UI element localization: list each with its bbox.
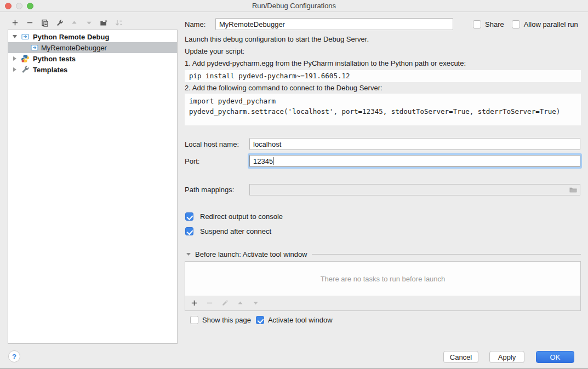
chevron-down-icon[interactable] <box>13 35 17 38</box>
help-button[interactable]: ? <box>8 350 20 362</box>
remove-task-button[interactable] <box>205 299 214 307</box>
before-launch-task-list[interactable]: There are no tasks to run before launch <box>185 261 581 296</box>
separator-line <box>312 254 581 255</box>
tree-item-label: Python tests <box>33 55 76 63</box>
configuration-editor: Name: Share Allow parallel run Launch th… <box>185 0 581 369</box>
share-option: Share <box>473 20 504 28</box>
move-up-icon <box>71 19 78 26</box>
path-mappings-label: Path mappings: <box>185 186 249 194</box>
add-configuration-button[interactable] <box>11 19 19 27</box>
port-row: Port: <box>185 155 580 167</box>
name-input[interactable] <box>215 18 453 30</box>
move-down-button[interactable] <box>85 19 93 27</box>
show-this-page-label: Show this page <box>202 316 251 324</box>
add-icon <box>12 19 19 26</box>
chevron-right-icon[interactable] <box>13 56 16 61</box>
before-launch-header: Before launch: Activate tool window <box>185 250 581 258</box>
port-label: Port: <box>185 157 249 165</box>
allow-parallel-option: Allow parallel run <box>512 20 578 28</box>
tree-item-label: MyRemoteDebugger <box>41 44 107 52</box>
edit-task-button[interactable] <box>221 299 229 307</box>
name-row: Name: Share Allow parallel run <box>185 18 578 30</box>
sort-alphabetically-button[interactable] <box>115 19 123 27</box>
move-task-down-button[interactable] <box>252 299 260 307</box>
suspend-after-connect-option: Suspend after connect <box>185 227 271 235</box>
tree-item-label: Templates <box>33 66 67 74</box>
folder-icon <box>569 186 578 193</box>
move-up-icon <box>237 299 244 307</box>
add-icon <box>191 299 198 307</box>
copy-icon <box>41 19 49 27</box>
tree-item-templates[interactable]: Templates <box>8 64 177 75</box>
show-this-page-checkbox[interactable] <box>190 316 198 324</box>
empty-task-message: There are no tasks to run before launch <box>321 275 446 283</box>
instruction-step1: 1. Add pydevd-pycharm.egg from the PyCha… <box>185 59 466 68</box>
allow-parallel-run-label: Allow parallel run <box>524 20 578 28</box>
before-launch-toolbar <box>185 296 581 311</box>
redirect-output-option: Redirect output to console <box>185 212 283 221</box>
suspend-after-connect-label: Suspend after connect <box>200 227 271 235</box>
path-mappings-input[interactable] <box>249 184 580 195</box>
port-input[interactable] <box>249 155 580 167</box>
text-caret <box>273 157 273 165</box>
move-down-icon <box>85 19 93 26</box>
configurations-toolbar <box>11 19 123 27</box>
name-label: Name: <box>185 20 215 28</box>
suspend-after-connect-checkbox[interactable] <box>185 227 193 235</box>
apply-button[interactable]: Apply <box>489 351 524 363</box>
minimize-icon <box>16 3 22 9</box>
before-launch-title: Before launch: Activate tool window <box>195 250 307 258</box>
help-question-icon: ? <box>12 353 16 361</box>
configurations-tree: Python Remote Debug MyRemoteDebugger Pyt… <box>8 30 178 344</box>
path-mappings-row: Path mappings: <box>185 184 580 195</box>
share-label: Share <box>485 20 504 28</box>
settrace-code: import pydevd_pycharm pydevd_pycharm.set… <box>185 94 581 125</box>
tree-item-python-remote-debug[interactable]: Python Remote Debug <box>8 31 177 42</box>
instruction-intro: Launch this debug configuration to start… <box>185 34 369 44</box>
local-host-row: Local host name: <box>185 138 580 150</box>
chevron-right-icon[interactable] <box>13 67 16 72</box>
python-tests-icon <box>21 54 30 63</box>
new-folder-button[interactable] <box>100 19 108 27</box>
remove-configuration-button[interactable] <box>26 19 34 27</box>
add-task-button[interactable] <box>190 299 198 307</box>
wrench-icon <box>56 19 64 27</box>
move-down-icon <box>252 299 259 307</box>
edit-pencil-icon <box>221 299 229 307</box>
run-debug-configurations-dialog: Run/Debug Configurations <box>0 0 588 369</box>
copy-configuration-button[interactable] <box>41 19 49 27</box>
cancel-button[interactable]: Cancel <box>443 351 478 363</box>
remote-debug-icon <box>30 43 39 52</box>
close-icon[interactable] <box>5 3 12 9</box>
instruction-update: Update your script: <box>185 47 244 56</box>
move-task-up-button[interactable] <box>236 299 244 307</box>
ok-button[interactable]: OK <box>536 351 574 363</box>
remote-debug-icon <box>21 32 30 41</box>
pip-install-code: pip install pydevd-pycharm~=191.6605.12 <box>185 70 581 82</box>
remove-icon <box>26 19 33 26</box>
instruction-step2: 2. Add the following command to connect … <box>185 83 383 93</box>
local-host-label: Local host name: <box>185 140 249 148</box>
wrench-icon <box>21 65 30 74</box>
redirect-output-checkbox[interactable] <box>185 212 193 221</box>
tree-item-label: Python Remote Debug <box>33 33 109 41</box>
chevron-down-icon[interactable] <box>186 253 191 256</box>
zoom-icon[interactable] <box>27 3 33 9</box>
sort-alphabetically-icon <box>115 19 123 27</box>
share-checkbox[interactable] <box>473 20 481 28</box>
activate-tool-window-label: Activate tool window <box>268 316 333 324</box>
local-host-input[interactable] <box>249 138 580 150</box>
allow-parallel-run-checkbox[interactable] <box>512 20 520 28</box>
tree-item-myremotedebugger[interactable]: MyRemoteDebugger <box>8 42 177 53</box>
page-options-row: Show this page Activate tool window <box>185 315 333 325</box>
new-folder-icon <box>100 19 108 27</box>
activate-tool-window-checkbox[interactable] <box>256 316 264 324</box>
tree-item-python-tests[interactable]: Python tests <box>8 53 177 64</box>
edit-defaults-button[interactable] <box>55 19 64 27</box>
remove-icon <box>206 299 213 307</box>
redirect-output-label: Redirect output to console <box>200 212 283 221</box>
traffic-lights <box>5 3 33 9</box>
move-up-button[interactable] <box>70 19 78 27</box>
